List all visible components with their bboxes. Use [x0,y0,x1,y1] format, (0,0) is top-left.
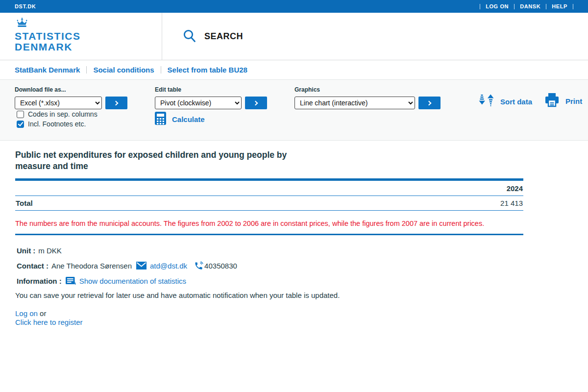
calculate-label: Calculate [172,115,205,123]
register-link[interactable]: Click here to register [15,318,83,326]
chevron-right-icon [253,100,258,105]
graphics-group: Graphics Line chart (interactive) [294,86,441,109]
sort-icon [479,93,494,110]
sort-data-button[interactable]: Sort data [479,93,532,110]
unit-label: Unit : [17,246,35,255]
topbar-links: LOG ON DANSK HELP [480,3,573,9]
edit-table-group: Edit table Pivot (clockwise) [155,86,267,109]
crown-icon [15,22,29,30]
documentation-link[interactable]: Show documentation of statistics [79,277,186,285]
edit-table-go-button[interactable] [245,97,267,109]
logon-block: Log on or Click here to register [15,309,588,327]
graphics-go-button[interactable] [418,97,441,109]
documentation-icon [66,277,76,285]
log-on-bottom-link[interactable]: Log on [15,309,38,318]
log-on-link[interactable]: LOG ON [486,3,509,9]
contact-email-link[interactable]: atd@dst.dk [150,262,187,270]
table-metadata: Unit : m DKK Contact : Ane Theodora Søre… [15,245,588,286]
print-label: Print [565,97,582,105]
table-toolbar: Download file as... Excel (*.xlsx) Codes… [0,79,588,141]
calculator-icon [155,112,166,127]
codes-checkbox-row[interactable]: Codes in sep. columns [17,110,98,118]
email-icon [136,262,147,270]
row-value-total: 21 413 [500,199,523,207]
breadcrumb-statbank[interactable]: StatBank Denmark [15,66,80,74]
download-group: Download file as... Excel (*.xlsx) [15,86,127,109]
graphics-label: Graphics [294,86,441,93]
contact-name: Ane Theodora Sørensen [51,262,132,270]
sort-data-label: Sort data [500,98,532,106]
search-icon [183,29,196,44]
dansk-link[interactable]: DANSK [520,3,540,9]
dst-dk-link[interactable]: DST.DK [15,3,36,9]
table-column-header: 2024 [15,181,523,196]
logon-suffix: or [40,309,46,318]
search-area [162,13,588,60]
data-table: 2024 Total 21 413 [15,178,523,211]
breadcrumb-social-conditions[interactable]: Social conditions [93,66,154,74]
save-retrieval-note: You can save your retrieval for later us… [15,291,588,299]
section-divider [15,234,523,235]
separator [546,4,546,9]
row-label-total: Total [16,199,33,207]
help-link[interactable]: HELP [552,3,567,9]
download-label: Download file as... [15,86,127,93]
contact-phone: 40350830 [204,262,237,270]
footnotes-checkbox-label: Incl. Footnotes etc. [28,120,86,128]
top-utility-bar: DST.DK LOG ON DANSK HELP [0,0,588,13]
codes-checkbox-label: Codes in sep. columns [28,110,98,118]
logo-wordmark: STATISTICS DENMARK [15,31,162,52]
page-title: Public net expenditures for exposed chil… [15,149,309,172]
information-label: Information : [17,277,62,285]
table-footnote: The numbers are from the municipal accou… [15,220,523,227]
separator [161,66,161,74]
main-content: Public net expenditures for exposed chil… [0,141,588,327]
calculate-button[interactable]: Calculate [155,112,205,127]
search-input[interactable] [203,31,409,42]
separator [514,4,514,9]
footnotes-checkbox-row[interactable]: Incl. Footnotes etc. [17,120,98,128]
contact-row: Contact : Ane Theodora Sørensen atd@dst.… [15,261,588,270]
codes-checkbox[interactable] [17,111,24,118]
unit-value: m DKK [38,246,62,255]
edit-table-select[interactable]: Pivot (clockwise) [155,97,242,109]
printer-icon [544,93,560,109]
search-button[interactable] [183,29,196,44]
download-format-select[interactable]: Excel (*.xlsx) [15,97,102,109]
breadcrumb-select-table[interactable]: Select from table BU28 [168,66,247,74]
chevron-right-icon [426,100,431,105]
statistics-denmark-logo[interactable]: STATISTICS DENMARK [0,13,162,60]
separator [480,4,480,9]
site-header: STATISTICS DENMARK [0,13,588,60]
print-button[interactable]: Print [544,93,582,109]
table-row: Total 21 413 [15,196,523,211]
phone-icon [194,261,203,270]
graphics-select[interactable]: Line chart (interactive) [294,97,415,109]
edit-table-label: Edit table [155,86,267,93]
unit-row: Unit : m DKK [15,245,588,255]
information-row: Information : Show documentation of stat… [15,276,588,286]
contact-label: Contact : [17,262,49,270]
separator [86,66,87,74]
chevron-right-icon [113,100,118,105]
footnotes-checkbox[interactable] [17,121,24,128]
download-options: Codes in sep. columns Incl. Footnotes et… [17,110,98,128]
download-go-button[interactable] [105,97,127,109]
separator [573,4,573,9]
breadcrumb: StatBank Denmark Social conditions Selec… [0,60,588,79]
